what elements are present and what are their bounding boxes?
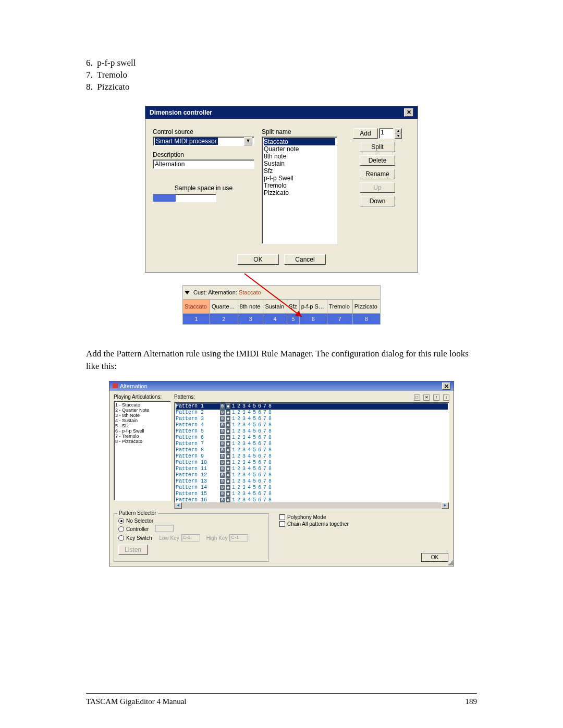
pattern-row[interactable]: Pattern 3 0◆12345678 <box>176 416 448 422</box>
ok-button[interactable]: OK <box>421 553 448 562</box>
pattern-row[interactable]: Pattern 9 0◆12345678 <box>176 453 448 460</box>
ok-button[interactable]: OK <box>237 254 279 265</box>
cust-col[interactable]: Staccato <box>183 299 210 313</box>
pattern-row[interactable]: Pattern 7 0◆12345678 <box>176 441 448 447</box>
add-button[interactable]: Add <box>353 128 378 139</box>
cust-col[interactable]: 8th note <box>238 299 263 313</box>
dimension-controller-dialog: Dimension controller ✕ Control source Sm… <box>145 106 418 273</box>
tool-icon[interactable]: ↑ <box>433 394 439 401</box>
no-selector-radio[interactable]: No Selector <box>118 518 264 524</box>
low-key-input[interactable]: C-1 <box>181 534 200 541</box>
split-item[interactable]: p-f-p Swell <box>264 175 335 182</box>
pattern-row[interactable]: Pattern 15 0◆12345678 <box>176 491 448 497</box>
patterns-grid[interactable]: Pattern 1 0◆12345678Pattern 2 0◆12345678… <box>174 402 449 509</box>
polyphony-check[interactable]: Polyphony Mode <box>279 514 449 520</box>
articulation-item[interactable]: 6 - p-f-p Swell <box>115 428 169 434</box>
cust-title: Cust: Alternation: Staccato <box>183 285 381 299</box>
up-button[interactable]: Up <box>360 182 395 193</box>
pattern-row[interactable]: Pattern 4 0◆12345678 <box>176 422 448 428</box>
spin-arrows[interactable]: ▲▼ <box>395 128 402 139</box>
pattern-row[interactable]: Pattern 5 0◆12345678 <box>176 428 448 435</box>
app-icon <box>113 383 118 388</box>
split-item[interactable]: Sustain <box>264 160 335 167</box>
articulation-item[interactable]: 7 - Tremolo <box>115 434 169 439</box>
high-key-input[interactable]: C-1 <box>229 534 248 541</box>
dialog-title: Alternation <box>120 383 148 389</box>
split-name-label: Split name <box>262 128 337 135</box>
cust-index: 2 <box>210 313 238 324</box>
down-button[interactable]: Down <box>360 196 395 206</box>
patterns-label: Patterns: <box>174 394 195 401</box>
articulation-item[interactable]: 2 - Quarter Note <box>115 408 169 413</box>
chevron-down-icon[interactable]: ▼ <box>244 137 252 145</box>
body-paragraph: Add the Pattern Alternation rule using t… <box>86 348 477 373</box>
list-item: 7. Tremolo <box>86 69 477 81</box>
delete-button[interactable]: Delete <box>360 155 395 166</box>
split-item[interactable]: Sfz <box>264 167 335 175</box>
triangle-down-icon <box>185 291 190 294</box>
cust-col[interactable]: Tremolo <box>327 299 352 313</box>
list-item: 8. Pizzicato <box>86 81 477 93</box>
articulation-item[interactable]: 4 - Sustain <box>115 418 169 423</box>
key-switch-radio[interactable]: Key Switch Low Key C-1 High Key C-1 <box>118 534 264 541</box>
control-source-dropdown[interactable]: Smart MIDI processor ▼ <box>153 137 254 146</box>
numbered-list: 6. p-f-p swell 7. Tremolo 8. Pizzicato <box>86 57 477 93</box>
split-item[interactable]: 8th note <box>264 153 335 160</box>
cust-col[interactable]: Quarte… <box>210 299 238 313</box>
pattern-row[interactable]: Pattern 10 0◆12345678 <box>176 460 448 466</box>
split-item[interactable]: Tremolo <box>264 182 335 189</box>
split-name-list[interactable]: StaccatoQuarter note8th noteSustainSfzp-… <box>262 137 337 244</box>
cust-col[interactable]: Sfz <box>287 299 299 313</box>
articulation-item[interactable]: 1 - Staccato <box>115 402 169 408</box>
chain-check[interactable]: Chain All patterns together <box>279 521 449 527</box>
horizontal-scrollbar[interactable]: ◄► <box>175 502 449 509</box>
cust-index: 1 <box>183 313 210 324</box>
pattern-row[interactable]: Pattern 13 0◆12345678 <box>176 478 448 485</box>
split-item[interactable]: Staccato <box>264 138 335 145</box>
footer-left: TASCAM GigaEditor 4 Manual <box>86 697 187 706</box>
cust-index: 6 <box>299 313 327 324</box>
add-count-input[interactable]: 1 <box>379 128 394 139</box>
articulation-item[interactable]: 8 - Pizzacato <box>115 439 169 444</box>
tool-icon[interactable]: ↓ <box>443 394 449 401</box>
articulation-item[interactable]: 3 - 8th Note <box>115 413 169 418</box>
controller-radio[interactable]: Controller <box>118 525 264 533</box>
controller-dropdown[interactable] <box>155 525 174 532</box>
cust-index: 4 <box>263 313 287 324</box>
cust-col[interactable]: Sustain <box>263 299 287 313</box>
control-source-label: Control source <box>153 128 254 135</box>
pattern-row[interactable]: Pattern 12 0◆12345678 <box>176 472 448 478</box>
pattern-row[interactable]: Pattern 14 0◆12345678 <box>176 485 448 491</box>
close-icon[interactable]: ✕ <box>442 382 450 390</box>
alternation-dialog: Alternation ✕ Playing Articulations: 1 -… <box>109 381 454 566</box>
split-item[interactable]: Quarter note <box>264 145 335 153</box>
cust-index: 5 <box>287 313 299 324</box>
cancel-button[interactable]: Cancel <box>284 254 326 265</box>
resize-grip-icon[interactable] <box>448 560 453 565</box>
cust-col[interactable]: Pizzicato <box>352 299 380 313</box>
description-input[interactable]: Alternation <box>153 159 254 169</box>
cust-index: 8 <box>352 313 380 324</box>
tool-icon[interactable]: □ <box>414 394 420 401</box>
playing-articulations-label: Playing Articulations: <box>114 394 171 400</box>
pattern-row[interactable]: Pattern 8 0◆12345678 <box>176 447 448 453</box>
articulation-item[interactable]: 5 - Sfz <box>115 423 169 428</box>
articulations-list[interactable]: 1 - Staccato2 - Quarter Note3 - 8th Note… <box>114 401 171 501</box>
dialog-title: Dimension controller <box>150 109 212 116</box>
pattern-row[interactable]: Pattern 2 0◆12345678 <box>176 410 448 416</box>
rename-button[interactable]: Rename <box>360 169 395 179</box>
listen-button[interactable]: Listen <box>118 545 148 555</box>
close-icon[interactable]: ✕ <box>404 108 413 117</box>
cust-col[interactable]: p-f-p S… <box>299 299 327 313</box>
footer-page: 189 <box>466 697 478 706</box>
pattern-row[interactable]: Pattern 11 0◆12345678 <box>176 466 448 472</box>
pattern-selector-group: Pattern Selector No Selector Controller … <box>114 513 269 562</box>
cust-alternation-panel: Cust: Alternation: Staccato StaccatoQuar… <box>182 285 381 325</box>
pattern-row[interactable]: Pattern 6 0◆12345678 <box>176 435 448 441</box>
tool-icon[interactable]: ✕ <box>423 394 430 401</box>
sample-space-progress <box>153 194 216 202</box>
pattern-row[interactable]: Pattern 1 0◆12345678 <box>176 403 448 410</box>
split-item[interactable]: Pizzicato <box>264 189 335 196</box>
split-button[interactable]: Split <box>360 142 395 152</box>
footer-rule <box>86 693 477 694</box>
